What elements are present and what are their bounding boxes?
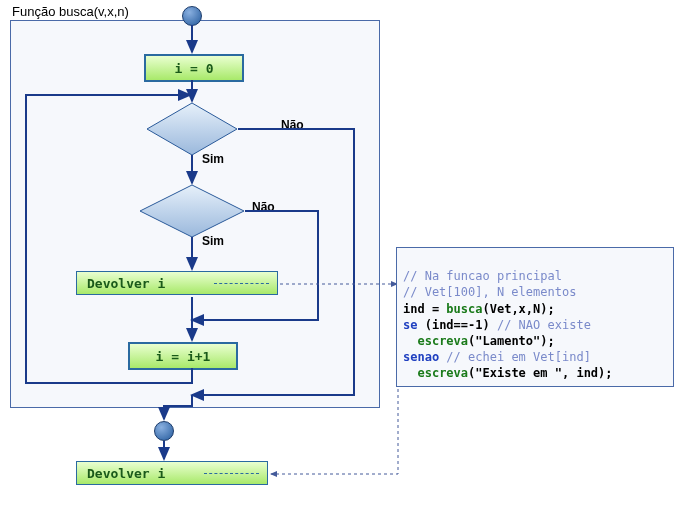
code-c1: // Na funcao principal xyxy=(403,269,562,283)
code-l4a: (ind==-1) xyxy=(417,318,496,332)
return-end-connector xyxy=(204,473,259,474)
end-node xyxy=(154,421,174,441)
start-node xyxy=(182,6,202,26)
code-l4k: se xyxy=(403,318,417,332)
code-l6c: // echei em Vet[ind] xyxy=(446,350,591,364)
code-l5a: ("Lamento"); xyxy=(468,334,555,348)
label-yes2: Sim xyxy=(202,234,224,248)
code-c2: // Vet[100], N elementos xyxy=(403,285,576,299)
box-return-inner-label: Devolver i xyxy=(87,276,165,291)
label-no1: Não xyxy=(281,118,304,132)
code-l6k: senao xyxy=(403,350,439,364)
label-no2: Não xyxy=(252,200,275,214)
code-l3fn: busca xyxy=(446,302,482,316)
label-yes1: Sim xyxy=(202,152,224,166)
box-incr: i = i+1 xyxy=(128,342,238,370)
code-l4c: // NAO existe xyxy=(497,318,591,332)
code-l7a: ("Existe em ", ind); xyxy=(468,366,613,380)
box-init: i = 0 xyxy=(144,54,244,82)
code-l5fn: escreva xyxy=(417,334,468,348)
function-title: Função busca(v,x,n) xyxy=(12,4,129,19)
decision-cond1-label: i<N? xyxy=(162,122,222,137)
decision-cond2-label: x==v[i]? xyxy=(150,205,234,220)
code-l3a: ind = xyxy=(403,302,446,316)
code-annotation: // Na funcao principal // Vet[100], N el… xyxy=(396,247,674,387)
code-l7fn: escreva xyxy=(417,366,468,380)
box-return-end: Devolver i xyxy=(76,461,268,485)
box-return-end-label: Devolver i xyxy=(87,466,165,481)
box-return-inner: Devolver i xyxy=(76,271,278,295)
code-l3b: (Vet,x,N); xyxy=(482,302,554,316)
return-connector xyxy=(214,283,269,284)
